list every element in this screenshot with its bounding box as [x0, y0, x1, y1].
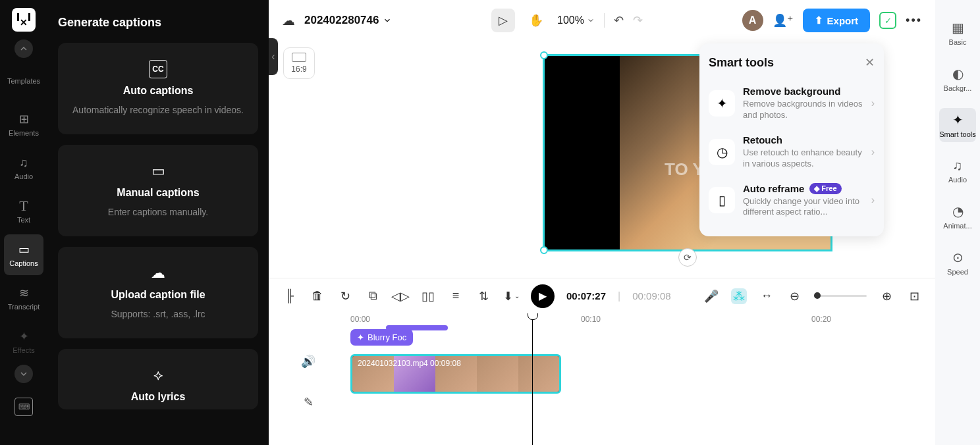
timeline[interactable]: 🔊 ✎ 00:00 00:10 00:20 ✦ Blurry Foc 20240…	[269, 313, 935, 445]
cloud-icon[interactable]: ☁	[282, 13, 295, 28]
transcript-icon: ≋	[16, 286, 31, 300]
rail-templates[interactable]: Templates	[4, 61, 43, 101]
aspect-ratio[interactable]: 16:9	[283, 47, 315, 79]
timeline-toolbar: ╟ 🗑 ↻ ⧉ ◁▷ ▯▯ ≡ ⇅ ⬇⌄ ▶ 00:07:27 | 00:09:…	[269, 278, 935, 313]
animation-icon: ◔	[952, 203, 964, 219]
play-button[interactable]: ▶	[531, 284, 555, 308]
mute-icon[interactable]: 🔊	[301, 354, 315, 369]
elements-icon: ⊞	[16, 112, 31, 126]
collapse-down[interactable]	[14, 365, 33, 383]
tool-auto-reframe[interactable]: ▯ Auto reframe◆ FreeQuickly change your …	[709, 176, 875, 225]
fit-icon[interactable]: ⊡	[906, 288, 922, 304]
rr-smart-tools[interactable]: ✦Smart tools	[939, 108, 976, 142]
free-badge: ◆ Free	[809, 183, 841, 194]
panel-title: Generate captions	[58, 16, 258, 30]
rail-elements[interactable]: ⊞Elements	[4, 104, 43, 145]
align-icon[interactable]: ↔	[759, 288, 775, 304]
close-icon[interactable]: ✕	[865, 55, 875, 70]
delete-icon[interactable]: 🗑	[310, 288, 325, 304]
right-rail: ▦Basic ◐Backgr... ✦Smart tools ♫Audio ◔A…	[935, 0, 980, 445]
left-rail: Templates ⊞Elements ♫Audio TText ▭Captio…	[0, 0, 47, 445]
playhead[interactable]	[532, 313, 533, 445]
reframe-icon: ▯	[709, 187, 735, 213]
cc-icon: CC	[149, 60, 167, 78]
resize-handle-bl[interactable]	[540, 246, 548, 254]
rail-audio[interactable]: ♫Audio	[4, 147, 43, 188]
export-button[interactable]: ⬆ Export	[803, 9, 871, 32]
effect-chip[interactable]: ✦ Blurry Foc	[350, 329, 413, 346]
mirror-icon[interactable]: ◁▷	[393, 288, 408, 304]
hand-tool[interactable]: ✋	[524, 9, 548, 32]
wand-icon: ✦	[952, 112, 964, 128]
upload-icon: ☁	[149, 264, 167, 282]
rail-text[interactable]: TText	[4, 191, 43, 232]
subtitle-icon: ▭	[149, 162, 167, 180]
magnet-icon[interactable]: ⁂	[731, 288, 747, 304]
video-clip[interactable]: 202401032103.mp4 00:09:08	[350, 354, 561, 394]
card-manual-captions[interactable]: ▭ Manual captions Enter captions manuall…	[58, 145, 258, 236]
shield-icon[interactable]: ✓	[879, 12, 896, 29]
download-icon[interactable]: ⬇⌄	[503, 288, 519, 304]
rr-audio[interactable]: ♫Audio	[939, 154, 976, 188]
basic-icon: ▦	[952, 20, 964, 36]
total-time: 00:09:08	[632, 290, 670, 301]
rail-effects[interactable]: ✦Effects	[4, 321, 43, 362]
effects-icon: ✦	[16, 329, 31, 344]
tool-remove-bg[interactable]: ✦ Remove backgroundRemove backgrounds in…	[709, 79, 875, 128]
retouch-icon: ◷	[709, 139, 735, 165]
text-icon: T	[16, 199, 31, 213]
zoom-in-icon[interactable]: ⊕	[879, 288, 894, 304]
redo-button[interactable]: ↷	[633, 13, 643, 28]
remove-bg-icon: ✦	[709, 90, 735, 117]
flip-icon[interactable]: ▯▯	[420, 288, 436, 304]
pointer-tool[interactable]: ▷	[491, 9, 515, 32]
captions-icon: ▭	[16, 242, 31, 257]
zoom-level[interactable]: 100%	[557, 14, 595, 26]
main-area: ‹ ☁ 202402280746 ▷ ✋ 100% ↶ ↷ A 👤⁺ ⬆ Exp…	[269, 0, 935, 445]
card-auto-lyrics[interactable]: ⟡ Auto lyrics	[58, 349, 258, 409]
rr-speed[interactable]: ⊙Speed	[939, 246, 976, 280]
track-area[interactable]: ✦ Blurry Foc 202401032103.mp4 00:09:08	[350, 329, 935, 334]
resize-handle-tl[interactable]	[540, 51, 548, 59]
lyrics-icon: ⟡	[149, 366, 167, 384]
mic-icon[interactable]: 🎤	[703, 288, 719, 304]
card-auto-captions[interactable]: CC Auto captions Automatically recognize…	[58, 43, 258, 134]
edit-track-icon[interactable]: ✎	[304, 395, 313, 409]
app-logo[interactable]	[12, 8, 36, 32]
user-avatar[interactable]: A	[742, 10, 763, 31]
split-screen-icon[interactable]: ⇅	[476, 288, 491, 304]
rr-basic[interactable]: ▦Basic	[939, 16, 976, 50]
refresh-icon[interactable]: ⟳	[678, 248, 697, 267]
rail-captions[interactable]: ▭Captions	[4, 234, 43, 275]
chevron-right-icon: ›	[871, 146, 875, 158]
current-time: 00:07:27	[566, 290, 606, 301]
more-menu[interactable]: •••	[906, 14, 922, 28]
invite-button[interactable]: 👤⁺	[773, 10, 794, 31]
adjust-icon[interactable]: ≡	[448, 288, 464, 304]
rr-background[interactable]: ◐Backgr...	[939, 62, 976, 96]
smart-title: Smart tools	[709, 56, 774, 70]
rr-animation[interactable]: ◔Animat...	[939, 199, 976, 234]
card-upload-caption[interactable]: ☁ Upload caption file Supports: .srt, .a…	[58, 247, 258, 338]
split-icon[interactable]: ╟	[282, 288, 298, 304]
zoom-slider[interactable]	[814, 295, 867, 297]
chevron-right-icon: ›	[871, 194, 875, 206]
undo-button[interactable]: ↶	[614, 13, 624, 28]
collapse-up[interactable]	[14, 39, 33, 58]
crop-icon[interactable]: ⧉	[365, 288, 381, 304]
smart-tools-panel: Smart tools ✕ ✦ Remove backgroundRemove …	[699, 43, 884, 236]
audio-icon: ♫	[953, 158, 963, 173]
zoom-out-icon[interactable]: ⊖	[786, 288, 802, 304]
track-header: 🔊 ✎	[269, 334, 348, 409]
rail-transcript[interactable]: ≋Transcript	[4, 278, 43, 319]
bg-icon: ◐	[952, 66, 964, 82]
rotate-icon[interactable]: ↻	[337, 288, 353, 304]
speed-icon: ⊙	[952, 249, 964, 265]
tool-retouch[interactable]: ◷ RetouchUse retouch to enhance beauty i…	[709, 128, 875, 176]
keyboard-icon[interactable]: ⌨	[14, 398, 33, 416]
canvas[interactable]: 16:9 🖼 ⊡ ⧉ ◫⌄ ••• ♪ TikTok@aespa_officia…	[269, 41, 935, 278]
project-name[interactable]: 202402280746	[304, 14, 392, 27]
side-panel: Generate captions CC Auto captions Autom…	[47, 0, 269, 445]
topbar: ☁ 202402280746 ▷ ✋ 100% ↶ ↷ A 👤⁺ ⬆ Expor…	[269, 0, 935, 41]
chevron-right-icon: ›	[871, 97, 875, 109]
